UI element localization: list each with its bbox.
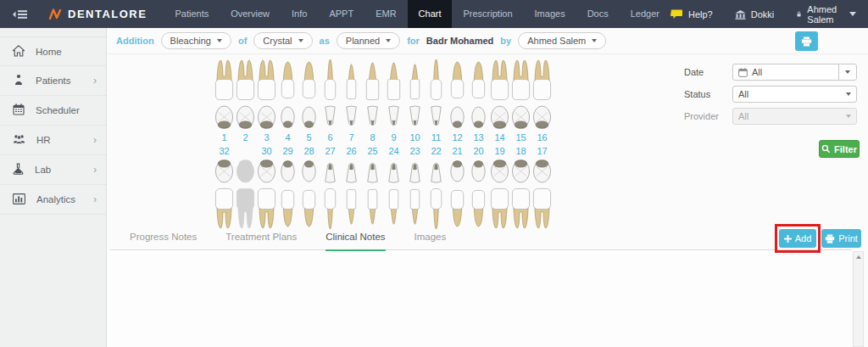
tab-treatment-plans[interactable]: Treatment Plans	[225, 232, 297, 251]
sidebar-item-analytics[interactable]: Analytics›	[0, 185, 106, 215]
notes-scrollbar[interactable]	[853, 251, 864, 347]
nav-item-chart[interactable]: Chart	[408, 0, 453, 28]
tooth-17-occlusal[interactable]	[531, 158, 553, 185]
nav-item-images[interactable]: Images	[524, 0, 576, 28]
tooth-10-side[interactable]	[404, 56, 426, 104]
tooth-8-side[interactable]	[362, 56, 383, 104]
tooth-19-side[interactable]	[489, 185, 510, 232]
tooth-28-occlusal[interactable]	[298, 158, 320, 185]
tooth-1-side[interactable]	[214, 56, 235, 104]
tooth-19-occlusal[interactable]	[489, 158, 510, 185]
tooth-25-occlusal[interactable]	[362, 158, 383, 185]
procedure-select[interactable]: Bleaching	[161, 32, 231, 49]
tooth-3-occlusal[interactable]	[256, 104, 277, 131]
tooth-13-occlusal[interactable]	[468, 104, 489, 131]
tooth-16-occlusal[interactable]	[531, 104, 553, 131]
brand-logo[interactable]: DENTALORE	[48, 8, 147, 20]
add-note-button[interactable]: Add	[779, 229, 816, 248]
tooth-21-side[interactable]	[447, 185, 468, 232]
tooth-32-occlusal[interactable]	[214, 158, 235, 185]
branch-selector[interactable]: Dokki	[735, 9, 775, 20]
nav-item-emr[interactable]: EMR	[364, 0, 407, 28]
tooth-23-occlusal[interactable]	[404, 158, 426, 185]
sidebar-collapse-button[interactable]	[12, 8, 28, 20]
sidebar-item-patients[interactable]: Patients›	[0, 66, 106, 96]
tooth-26-side[interactable]	[341, 185, 362, 232]
tooth-26-occlusal[interactable]	[341, 158, 362, 185]
tooth-16-side[interactable]	[531, 56, 553, 104]
tooth-15-occlusal[interactable]	[510, 104, 531, 131]
sidebar-item-scheduler[interactable]: Scheduler	[0, 96, 106, 126]
tooth-29-side[interactable]	[277, 185, 298, 232]
tooth-9-side[interactable]	[383, 56, 404, 104]
tooth-24-side[interactable]	[383, 185, 404, 232]
nav-item-overview[interactable]: Overview	[220, 0, 281, 28]
tooth-23-side[interactable]	[404, 185, 426, 232]
tab-progress-notes[interactable]: Progress Notes	[130, 232, 197, 251]
tooth-32-side[interactable]	[214, 185, 235, 232]
date-dropdown-button[interactable]	[839, 64, 856, 80]
tooth-7-occlusal[interactable]	[341, 104, 362, 131]
tooth-27-side[interactable]	[320, 185, 341, 232]
tooth-11-occlusal[interactable]	[426, 104, 447, 131]
tooth-20-side[interactable]	[468, 185, 489, 232]
tooth-25-side[interactable]	[362, 185, 383, 232]
tooth-missing[interactable]	[235, 158, 256, 185]
nav-item-appt[interactable]: APPT	[318, 0, 364, 28]
tooth-15-side[interactable]	[510, 56, 531, 104]
tooth-12-occlusal[interactable]	[447, 104, 468, 131]
tooth-13-side[interactable]	[468, 56, 489, 104]
tooth-6-occlusal[interactable]	[320, 104, 341, 131]
print-notes-button[interactable]: Print	[821, 229, 861, 248]
date-select[interactable]: All	[732, 64, 857, 81]
tooth-8-occlusal[interactable]	[362, 104, 383, 131]
sidebar-item-home[interactable]: Home	[0, 36, 106, 66]
user-menu[interactable]: Ahmed Salem	[796, 4, 856, 25]
tooth-7-side[interactable]	[341, 56, 362, 104]
material-select[interactable]: Crystal	[253, 32, 312, 49]
tooth-3-side[interactable]	[256, 56, 277, 104]
tooth-28-side[interactable]	[298, 185, 320, 232]
tooth-10-occlusal[interactable]	[404, 104, 426, 131]
status-filter-select[interactable]: All	[732, 86, 857, 103]
tooth-4-side[interactable]	[277, 56, 298, 104]
tooth-21-occlusal[interactable]	[447, 158, 468, 185]
provider-select[interactable]: Ahmed Salem	[518, 32, 606, 49]
tooth-18-occlusal[interactable]	[510, 158, 531, 185]
tooth-22-occlusal[interactable]	[426, 158, 447, 185]
tooth-2-side[interactable]	[235, 56, 256, 104]
tooth-30-occlusal[interactable]	[256, 158, 277, 185]
tab-images[interactable]: Images	[415, 232, 447, 251]
print-chart-button[interactable]	[795, 31, 818, 51]
tooth-12-side[interactable]	[447, 56, 468, 104]
tooth-20-occlusal[interactable]	[468, 158, 489, 185]
tooth-18-side[interactable]	[510, 185, 531, 232]
tooth-2-occlusal[interactable]	[235, 104, 256, 131]
nav-item-info[interactable]: Info	[281, 0, 318, 28]
tooth-14-occlusal[interactable]	[489, 104, 510, 131]
tooth-5-occlusal[interactable]	[298, 104, 320, 131]
tooth-1-occlusal[interactable]	[214, 104, 235, 131]
tooth-missing[interactable]	[235, 185, 256, 232]
filter-button[interactable]: Filter	[819, 140, 860, 158]
tooth-6-side[interactable]	[320, 56, 341, 104]
tooth-11-side[interactable]	[426, 56, 447, 104]
tooth-29-occlusal[interactable]	[277, 158, 298, 185]
tooth-4-occlusal[interactable]	[277, 104, 298, 131]
tab-clinical-notes[interactable]: Clinical Notes	[326, 232, 385, 251]
tooth-27-occlusal[interactable]	[320, 158, 341, 185]
tooth-24-occlusal[interactable]	[383, 158, 404, 185]
tooth-17-side[interactable]	[531, 185, 553, 232]
tooth-9-occlusal[interactable]	[383, 104, 404, 131]
sidebar-item-hr[interactable]: HR›	[0, 126, 106, 155]
tooth-30-side[interactable]	[256, 185, 277, 232]
help-button[interactable]: Help?	[670, 8, 713, 20]
sidebar-item-lab[interactable]: Lab›	[0, 155, 106, 185]
nav-item-ledger[interactable]: Ledger	[620, 0, 670, 28]
nav-item-docs[interactable]: Docs	[576, 0, 620, 28]
tooth-22-side[interactable]	[426, 185, 447, 232]
nav-item-prescription[interactable]: Prescription	[452, 0, 523, 28]
tooth-5-side[interactable]	[298, 56, 320, 104]
status-select[interactable]: Planned	[337, 32, 400, 49]
nav-item-patients[interactable]: Patients	[164, 0, 220, 28]
